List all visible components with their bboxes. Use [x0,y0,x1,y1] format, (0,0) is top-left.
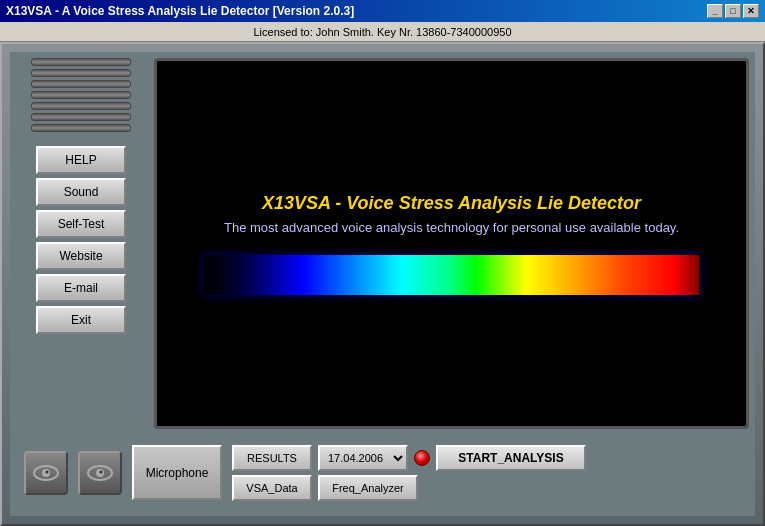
vent-slat [31,69,131,77]
spectrum-bar [204,255,698,295]
display-subtitle: The most advanced voice analysis technol… [224,220,679,235]
website-button[interactable]: Website [36,242,126,270]
email-button[interactable]: E-mail [36,274,126,302]
close-button[interactable]: ✕ [743,4,759,18]
vent-slats [31,58,131,132]
freq-analyzer-button[interactable]: Freq_Analyzer [318,475,418,501]
svg-point-2 [46,470,49,473]
sound-button[interactable]: Sound [36,178,126,206]
eye-left-button[interactable] [24,451,68,495]
content-area: HELP Sound Self-Test Website E-mail Exit… [16,58,749,429]
bottom-row2: VSA_Data Freq_Analyzer [232,475,741,501]
date-select[interactable]: 17.04.2006 [318,445,408,471]
display-screen: X13VSA - Voice Stress Analysis Lie Detec… [154,58,749,429]
display-title: X13VSA - Voice Stress Analysis Lie Detec… [262,193,641,214]
vent-slat [31,80,131,88]
microphone-button[interactable]: Microphone [132,445,222,500]
license-bar: Licensed to: John Smith. Key Nr. 13860-7… [0,22,765,42]
maximize-button[interactable]: □ [725,4,741,18]
eye-right-icon [86,464,114,482]
vent-slat [31,113,131,121]
inner-frame: HELP Sound Self-Test Website E-mail Exit… [10,52,755,516]
eye-left-icon [32,464,60,482]
title-text: X13VSA - A Voice Stress Analysis Lie Det… [6,4,354,18]
red-indicator [414,450,430,466]
license-text: Licensed to: John Smith. Key Nr. 13860-7… [253,26,511,38]
minimize-button[interactable]: _ [707,4,723,18]
vent-slat [31,91,131,99]
bottom-controls: RESULTS 17.04.2006 START_ANALYSIS VSA_Da… [232,445,741,501]
vent-slat [31,102,131,110]
bottom-bar: Microphone RESULTS 17.04.2006 START_ANAL… [16,435,749,510]
eye-right-button[interactable] [78,451,122,495]
exit-button[interactable]: Exit [36,306,126,334]
left-panel: HELP Sound Self-Test Website E-mail Exit [16,58,146,429]
help-button[interactable]: HELP [36,146,126,174]
bottom-row1: RESULTS 17.04.2006 START_ANALYSIS [232,445,741,471]
title-bar-buttons: _ □ ✕ [707,4,759,18]
results-button[interactable]: RESULTS [232,445,312,471]
selftest-button[interactable]: Self-Test [36,210,126,238]
vent-slat [31,58,131,66]
svg-point-5 [100,470,103,473]
vent-slat [31,124,131,132]
outer-frame: HELP Sound Self-Test Website E-mail Exit… [0,42,765,526]
title-bar: X13VSA - A Voice Stress Analysis Lie Det… [0,0,765,22]
start-analysis-button[interactable]: START_ANALYSIS [436,445,586,471]
vsadata-button[interactable]: VSA_Data [232,475,312,501]
